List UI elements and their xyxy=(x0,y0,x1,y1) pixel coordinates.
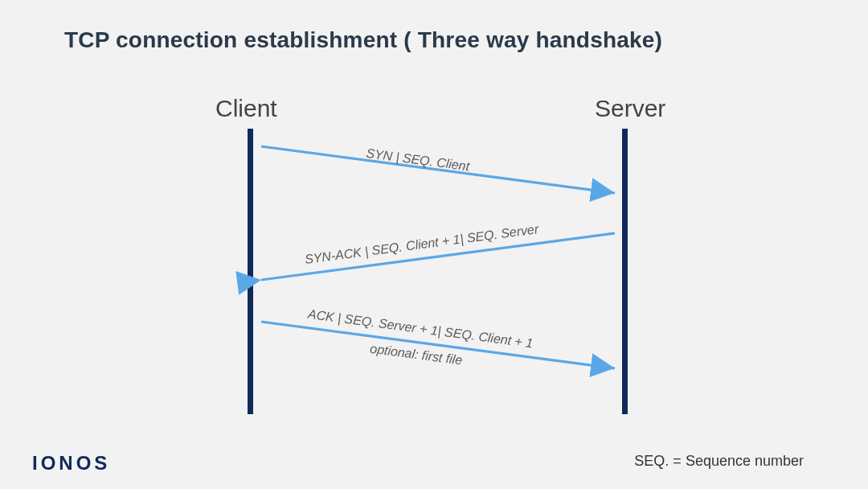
message-2-label: SYN-ACK | SEQ. Client + 1| SEQ. Server xyxy=(304,222,539,267)
server-label: Server xyxy=(595,95,665,122)
brand-logo: IONOS xyxy=(32,452,110,475)
legend-text: SEQ. = Sequence number xyxy=(634,453,804,470)
client-label: Client xyxy=(215,95,277,122)
message-3-label: ACK | SEQ. Server + 1| SEQ. Client + 1 xyxy=(307,307,534,351)
message-1-label: SYN | SEQ. Client xyxy=(365,146,470,175)
client-lifeline xyxy=(248,129,253,414)
diagram-title: TCP connection establishment ( Three way… xyxy=(64,27,662,53)
message-3-sublabel: optional: first file xyxy=(369,342,463,368)
server-lifeline xyxy=(622,129,628,414)
